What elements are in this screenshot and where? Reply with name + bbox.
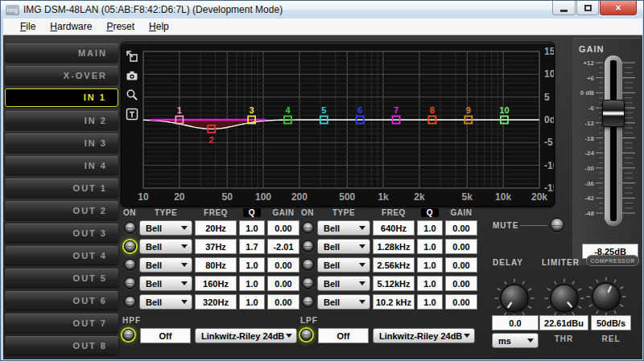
band-9-on-button[interactable] [302,277,314,289]
band-7-freq-field[interactable]: 1.28kHz [373,239,415,254]
band-5-on-button[interactable] [124,296,136,308]
band-5-type-select[interactable]: Bell [139,294,192,310]
sidebar-item-out-6[interactable]: OUT 6 [5,291,118,310]
band-6-freq-field[interactable]: 640Hz [373,220,415,236]
sidebar-item-out-4[interactable]: OUT 4 [5,246,118,265]
sidebar-item-out-1[interactable]: OUT 1 [5,178,118,197]
menu-item-hardware[interactable]: Hardware [43,19,99,34]
band-3-q-field[interactable]: 1.0 [239,257,265,273]
band-2-on-button[interactable] [124,240,136,252]
sidebar-item-out-7[interactable]: OUT 7 [5,314,118,332]
lpf-freq-field[interactable]: Off [318,328,369,343]
band-9-type-select[interactable]: Bell [317,276,370,291]
band-1-on-button[interactable] [124,222,136,234]
maximize-button[interactable] [576,1,599,15]
band-3-gain-field[interactable]: 0.00 [267,257,299,273]
sidebar-item-in-2[interactable]: IN 2 [5,111,118,129]
band-8-freq-field[interactable]: 2.56kHz [373,257,415,273]
band-3-type-select[interactable]: Bell [139,257,192,273]
mute-button[interactable] [550,218,564,232]
sidebar-item-out-5[interactable]: OUT 5 [5,269,118,287]
text-icon[interactable] [124,106,139,121]
band-10-type-select[interactable]: Bell [317,294,370,310]
hpf-on-button[interactable] [122,329,134,341]
menu-item-file[interactable]: File [13,19,43,34]
band-1-freq-field[interactable]: 20Hz [195,220,237,236]
minimize-button[interactable] [552,1,576,15]
lpf-slope-select[interactable]: Linkwitz-Riley 24dB [373,328,475,343]
band-4-type-select[interactable]: Bell [139,276,192,291]
export-icon[interactable] [124,48,139,64]
lpf-on-button[interactable] [300,329,312,341]
limiter-knob[interactable] [543,277,585,319]
band-10-on-button[interactable] [302,296,314,308]
band-4-freq-field[interactable]: 160Hz [195,276,237,291]
band-10-gain-field[interactable]: 0.00 [445,294,477,310]
band-7-gain-field[interactable]: 0.00 [445,239,477,254]
band-6-gain-field[interactable]: 0.00 [445,220,477,236]
band-5-marker[interactable]: 5 [320,105,328,124]
magnifier-icon[interactable] [124,87,139,102]
sidebar-item-in-1[interactable]: IN 1 [5,88,118,107]
band-7-on-button[interactable] [302,240,314,252]
band-4-q-field[interactable]: 1.0 [239,276,265,291]
band-2-type-select[interactable]: Bell [139,239,192,254]
band-2-gain-field[interactable]: -2.01 [267,239,299,254]
hpf-freq-field[interactable]: Off [140,328,191,343]
band-10-marker[interactable]: 10 [499,105,509,124]
band-6-type-select[interactable]: Bell [317,220,370,236]
band-8-marker[interactable]: 8 [428,105,436,124]
band-7-marker[interactable]: 7 [393,105,400,124]
hpf-slope-select[interactable]: Linkwitz-Riley 24dB [195,328,297,343]
band-2-q-field[interactable]: 1.7 [239,239,265,254]
band-4-marker[interactable]: 4 [284,105,291,124]
band-4-on-button[interactable] [124,277,136,289]
band-6-q-field[interactable]: 1.0 [417,220,443,236]
band-3-freq-field[interactable]: 80Hz [195,257,237,273]
sidebar-item-out-3[interactable]: OUT 3 [5,224,118,242]
camera-icon[interactable] [124,68,139,83]
band-10-freq-field[interactable]: 10.2 kHz [373,294,415,310]
band-4-gain-field[interactable]: 0.00 [267,276,299,291]
band-6-on-button[interactable] [302,222,314,234]
compressor-knob[interactable] [585,276,627,318]
band-8-on-button[interactable] [302,259,314,271]
close-button[interactable]: × [600,1,637,15]
band-1-q-field[interactable]: 1.0 [239,220,265,236]
sidebar-item-out-8[interactable]: OUT 8 [5,336,118,355]
band-2-freq-field[interactable]: 37Hz [195,239,237,254]
sidebar-item-main[interactable]: MAIN [5,43,118,62]
sidebar-item-in-3[interactable]: IN 3 [5,133,118,152]
band-8-gain-field[interactable]: 0.00 [445,257,477,273]
sidebar-item-in-4[interactable]: IN 4 [5,156,118,174]
sidebar-item-x-over[interactable]: X-OVER [5,66,118,84]
menu-item-preset[interactable]: Preset [99,19,142,34]
compressor-button[interactable]: COMPRESSOR [586,255,639,266]
compressor-release-field[interactable]: 50dB/s [591,315,631,330]
band-7-type-select[interactable]: Bell [317,239,370,254]
band-5-gain-field[interactable]: 0.00 [267,294,299,310]
band-8-type-select[interactable]: Bell [317,257,370,273]
band-10-q-field[interactable]: 1.0 [417,294,443,310]
sidebar-item-out-2[interactable]: OUT 2 [5,201,118,219]
band-1-gain-field[interactable]: 0.00 [267,220,299,236]
band-5-q-field[interactable]: 1.0 [239,294,265,310]
band-7-q-field[interactable]: 1.0 [417,239,443,254]
delay-knob[interactable] [493,277,535,319]
band-1-type-select[interactable]: Bell [139,220,192,236]
band-9-gain-field[interactable]: 0.00 [445,276,477,291]
band-3-on-button[interactable] [124,259,136,271]
limiter-threshold-field[interactable]: 22.61dBu [539,315,588,330]
delay-value-field[interactable]: 0.0 [492,315,539,330]
band-9-freq-field[interactable]: 5.12kHz [373,276,415,291]
band-6-marker[interactable]: 6 [357,105,364,124]
graph-toolbar [124,48,139,121]
band-5-freq-field[interactable]: 320Hz [195,294,237,310]
eq-response-plot[interactable]: 123456789101020501002005001k2k5k10k20k15… [122,43,554,206]
delay-unit-select[interactable]: ms [492,333,539,348]
gain-fader-handle[interactable] [602,100,625,127]
band-9-marker[interactable]: 9 [464,105,472,124]
band-8-q-field[interactable]: 1.0 [417,257,443,273]
menu-item-help[interactable]: Help [142,19,176,34]
band-9-q-field[interactable]: 1.0 [417,276,443,291]
